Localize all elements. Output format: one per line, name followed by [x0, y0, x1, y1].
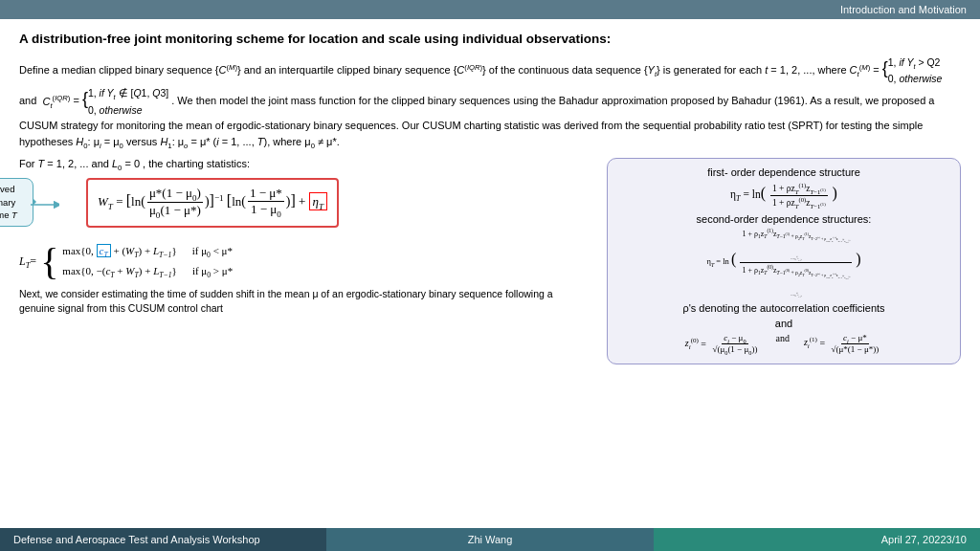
top-bar: Introduction and Motivation — [0, 0, 980, 19]
section-title: Introduction and Motivation — [840, 4, 967, 15]
lt-case-2: max{0, −(cT + WT) + LT−1} if μ0 > μ* — [62, 265, 233, 279]
content-area: A distribution-free joint monitoring sch… — [0, 19, 980, 528]
wt-formula-container: cT is the observed value of the binary s… — [48, 178, 588, 235]
slide: Introduction and Motivation A distributi… — [0, 0, 980, 551]
left-col: For T = 1, 2, ... and L0 = 0 , the chart… — [19, 158, 588, 365]
bottom-text: Next, we consider estimating the time of… — [19, 287, 588, 315]
wt-formula: WT = [ln(μ*(1 − μ0)μ0(1 − μ*))]−1 [ln(1 … — [98, 194, 327, 209]
z-formulas: zi(0) = ci − μ0√(μ0(1 − μ0)) and zi(1) =… — [617, 333, 950, 357]
bottom-center: Zhi Wang — [326, 528, 653, 551]
wt-formula-box: WT = [ln(μ*(1 − μ0)μ0(1 − μ*))]−1 [ln(1 … — [86, 178, 339, 228]
lt-formula: LT = { max{0, cT + (WT) + LT−1} if μ0 < … — [19, 243, 588, 281]
date: April 27, 2022 — [881, 534, 947, 545]
annotation-bubble: cT is the observed value of the binary s… — [0, 178, 33, 227]
first-order-title: first- order dependence structure — [617, 166, 950, 178]
presenter-name: Zhi Wang — [468, 534, 513, 545]
paragraph1: Define a median clipped binary sequence … — [19, 55, 961, 152]
eta-formula-2: ηT = ln ( 1 + ρ1zT(1)zT−1(1) + ρ2zT(1)zT… — [617, 227, 950, 298]
bottom-bar: Defense and Aerospace Test and Analysis … — [0, 528, 980, 551]
and-text: and — [617, 318, 950, 329]
slide-title: A distribution-free joint monitoring sch… — [19, 31, 961, 48]
page-number: 3/10 — [947, 534, 967, 545]
bottom-right: April 27, 2022 3/10 — [654, 528, 980, 551]
right-section: first- order dependence structure ηT = l… — [607, 158, 961, 365]
charting-text: For T = 1, 2, ... and L0 = 0 , the chart… — [19, 158, 588, 172]
main-layout: For T = 1, 2, ... and L0 = 0 , the chart… — [19, 158, 961, 365]
eta-formula-1: ηT = ln( 1 + ρzT(1)zT−1(1) 1 + ρzT(0)zT−… — [617, 182, 950, 209]
lt-case-1: max{0, cT + (WT) + LT−1} if μ0 < μ* — [62, 245, 233, 259]
conference-name: Defense and Aerospace Test and Analysis … — [13, 534, 260, 545]
second-order-title: second-order dependence structures: — [617, 213, 950, 225]
right-col: first- order dependence structure ηT = l… — [597, 158, 961, 365]
lt-cases: max{0, cT + (WT) + LT−1} if μ0 < μ* max{… — [62, 245, 233, 279]
rho-text: ρ's denoting the autocorrelation coeffic… — [617, 302, 950, 314]
bottom-left: Defense and Aerospace Test and Analysis … — [0, 528, 326, 551]
